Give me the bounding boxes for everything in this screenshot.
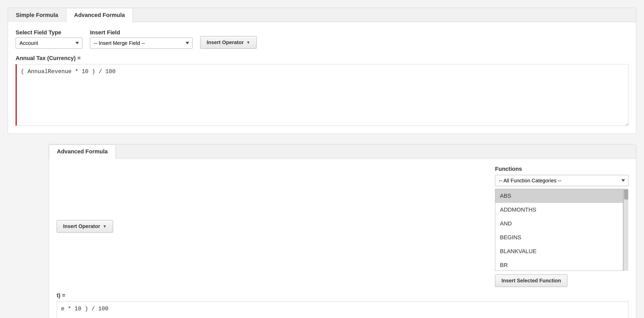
formula-editor[interactable]: ( AnnualRevenue * 10 ) / 100 (16, 64, 628, 126)
insert-field-select[interactable]: -- Insert Merge Field -- (90, 37, 193, 49)
scrollbar-track[interactable] (623, 189, 628, 271)
chevron-down-icon: ▼ (246, 40, 250, 45)
field-type-select[interactable]: Account (16, 37, 82, 49)
functions-label: Functions (495, 166, 628, 172)
insert-field-group: Insert Field -- Insert Merge Field -- (90, 29, 193, 49)
insert-field-label: Insert Field (90, 29, 193, 36)
bottom-formula-partial-editor: e * 10 ) / 100 (57, 301, 628, 318)
function-item-and[interactable]: AND (495, 217, 623, 231)
bottom-panel-content: Insert Operator ▼ Functions -- All Funct… (49, 158, 636, 318)
top-panel-content: Select Field Type Account Insert Field -… (8, 22, 636, 134)
top-panel: Simple Formula Advanced Formula Select F… (8, 8, 636, 134)
top-tab-bar: Simple Formula Advanced Formula (8, 8, 636, 22)
functions-list: ABS ADDMONTHS AND BEGINS BLANKVALUE BR (495, 189, 623, 271)
tab-simple-formula[interactable]: Simple Formula (8, 8, 66, 22)
function-item-addmonths[interactable]: ADDMONTHS (495, 203, 623, 217)
select-field-type-group: Select Field Type Account (16, 29, 82, 49)
insert-operator-label: Insert Operator (207, 39, 244, 45)
tab-advanced-formula[interactable]: Advanced Formula (66, 8, 133, 22)
bottom-formula-partial-label: t) = (57, 292, 628, 299)
bottom-panel: Advanced Formula Insert Operator ▼ Funct… (49, 144, 636, 318)
bottom-tab-bar: Advanced Formula (49, 144, 636, 158)
insert-selected-function-button[interactable]: Insert Selected Function (495, 274, 567, 287)
bottom-formula-area: t) = e * 10 ) / 100 (57, 292, 628, 318)
insert-operator-button[interactable]: Insert Operator ▼ (200, 36, 257, 49)
bottom-insert-operator-label: Insert Operator (63, 223, 100, 229)
bottom-main-layout: t) = e * 10 ) / 100 (57, 292, 628, 318)
functions-category-select[interactable]: -- All Function Categories -- (495, 175, 628, 186)
tab-advanced-formula-bottom[interactable]: Advanced Formula (49, 144, 116, 158)
function-item-blankvalue[interactable]: BLANKVALUE (495, 244, 623, 258)
function-item-begins[interactable]: BEGINS (495, 231, 623, 244)
formula-label: Annual Tax (Currency) = (16, 55, 628, 62)
bottom-controls-row: Insert Operator ▼ Functions -- All Funct… (57, 166, 628, 287)
functions-list-area: ABS ADDMONTHS AND BEGINS BLANKVALUE BR (495, 189, 628, 271)
bottom-insert-operator-button[interactable]: Insert Operator ▼ (57, 220, 113, 233)
function-item-abs[interactable]: ABS (495, 189, 623, 203)
functions-column: Functions -- All Function Categories -- … (495, 166, 628, 287)
outer-container: Simple Formula Advanced Formula Select F… (0, 0, 644, 318)
bottom-left-controls: Insert Operator ▼ (57, 220, 113, 233)
scrollbar-thumb[interactable] (624, 189, 628, 200)
field-row: Select Field Type Account Insert Field -… (16, 29, 628, 49)
function-item-br[interactable]: BR (495, 258, 623, 271)
select-field-type-label: Select Field Type (16, 29, 82, 36)
bottom-chevron-down-icon: ▼ (103, 224, 107, 229)
